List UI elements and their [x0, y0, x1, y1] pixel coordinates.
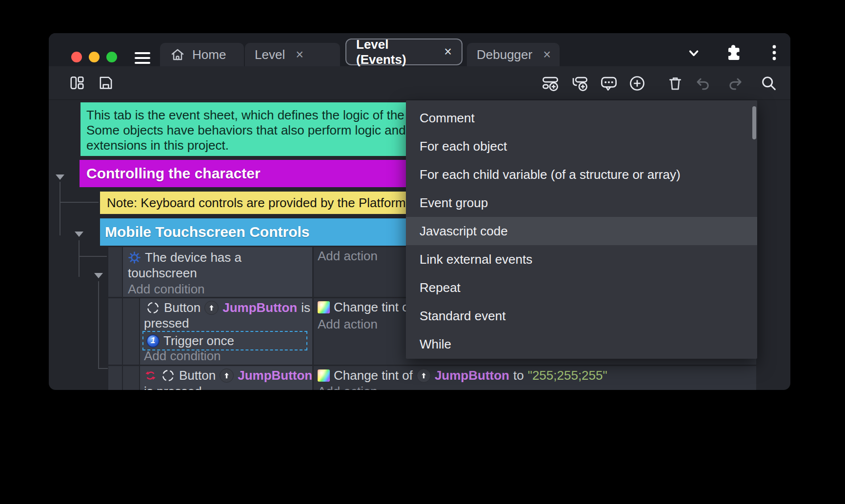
- group-title: Controlling the character: [86, 165, 261, 182]
- tab-bar: Home Level × Level (Events) × Debugger ×: [49, 33, 790, 66]
- action-cell[interactable]: Change tint of JumpButton to "255;255;25…: [314, 366, 756, 390]
- event-margin[interactable]: [108, 298, 122, 365]
- condition-text: The device has a: [145, 250, 241, 265]
- save-icon[interactable]: [98, 75, 114, 91]
- tab-level[interactable]: Level ×: [245, 43, 340, 66]
- object-name: JumpButton: [238, 368, 312, 383]
- collapse-arrow-icon[interactable]: [56, 174, 64, 180]
- add-comment-icon[interactable]: [600, 75, 618, 92]
- add-action-link[interactable]: Add action: [318, 249, 378, 264]
- collapse-arrow-icon[interactable]: [94, 273, 103, 278]
- subgroup-title: Mobile Touchscreen Controls: [105, 224, 310, 240]
- tree-line: [98, 368, 108, 369]
- condition-cell[interactable]: Button JumpButton is pressed 1 Trigger o…: [140, 298, 312, 365]
- toolbar: Preview Publish: [49, 66, 790, 100]
- traffic-light-close[interactable]: [71, 52, 82, 62]
- tree-line: [98, 281, 99, 369]
- action-text: Change tint o: [334, 300, 409, 315]
- undo-icon[interactable]: [694, 75, 711, 92]
- event-margin[interactable]: [108, 247, 122, 297]
- menu-item-comment[interactable]: Comment: [406, 104, 757, 132]
- close-icon[interactable]: ×: [539, 47, 551, 62]
- condition-text: is pressed: [144, 384, 202, 390]
- menu-item-while[interactable]: While: [406, 330, 757, 358]
- add-event-icon[interactable]: [542, 75, 559, 92]
- instance-up-arrow-icon: [417, 368, 431, 383]
- close-icon[interactable]: ×: [440, 44, 452, 59]
- action-value: "255;255;255": [528, 368, 607, 383]
- main-menu-icon[interactable]: [135, 52, 150, 67]
- gamepad-button-icon: [146, 301, 160, 315]
- traffic-light-minimize[interactable]: [89, 52, 100, 62]
- tree-line: [60, 202, 99, 203]
- tab-label: Level (Events): [356, 37, 433, 67]
- tab-label: Home: [192, 47, 226, 62]
- tab-label: Debugger: [477, 47, 532, 62]
- subevent-margin[interactable]: [123, 298, 139, 365]
- tint-color-icon: [318, 301, 330, 313]
- menu-item-standard-event[interactable]: Standard event: [406, 302, 757, 330]
- tab-debugger[interactable]: Debugger ×: [467, 43, 560, 66]
- redo-icon[interactable]: [727, 75, 744, 92]
- gamepad-button-icon: [161, 368, 175, 383]
- screen: Home Level × Level (Events) × Debugger ×: [0, 0, 845, 504]
- add-action-link[interactable]: Add action: [318, 384, 378, 390]
- add-condition-link[interactable]: Add condition: [144, 349, 221, 364]
- menu-scrollbar-thumb[interactable]: [752, 106, 756, 139]
- condition-text: Button: [179, 368, 216, 383]
- chevron-down-icon[interactable]: [685, 45, 702, 61]
- add-action-link[interactable]: Add action: [318, 317, 378, 332]
- action-text: to: [513, 368, 524, 383]
- search-icon[interactable]: [760, 75, 778, 92]
- action-text: Change tint of: [334, 368, 413, 383]
- menu-item-for-each-object[interactable]: For each object: [406, 132, 757, 160]
- tab-label: Level: [255, 47, 285, 62]
- layout-view-icon[interactable]: [69, 75, 85, 91]
- collapse-arrow-icon[interactable]: [75, 232, 83, 237]
- tree-line: [79, 240, 80, 277]
- condition-text: Button: [164, 300, 201, 315]
- tab-home[interactable]: Home: [160, 43, 244, 66]
- system-gear-icon: [128, 251, 141, 264]
- instance-up-arrow-icon: [220, 368, 234, 383]
- condition-cell[interactable]: The device has a touchscreen Add conditi…: [123, 247, 312, 297]
- condition-cell[interactable]: Button JumpButton is pressed: [140, 366, 312, 390]
- home-icon: [170, 47, 185, 62]
- add-object-icon[interactable]: [628, 75, 646, 92]
- inverted-condition-icon: [144, 369, 157, 382]
- object-name: JumpButton: [435, 368, 509, 383]
- traffic-light-zoom[interactable]: [106, 52, 117, 62]
- tint-color-icon: [318, 369, 330, 382]
- menu-item-for-each-child-variable[interactable]: For each child variable (of a structure …: [406, 160, 757, 189]
- instance-up-arrow-icon: [204, 301, 219, 315]
- addons-puzzle-icon[interactable]: [724, 43, 743, 61]
- add-subevent-icon[interactable]: [571, 75, 588, 92]
- subevent-margin[interactable]: [123, 366, 139, 390]
- delete-icon[interactable]: [666, 75, 684, 92]
- menu-item-event-group[interactable]: Event group: [406, 189, 757, 217]
- add-condition-link[interactable]: Add condition: [128, 282, 205, 297]
- add-event-context-menu: Comment For each object For each child v…: [406, 100, 757, 359]
- tab-level-events[interactable]: Level (Events) ×: [345, 39, 463, 65]
- kebab-menu-icon[interactable]: [767, 43, 782, 62]
- selected-condition-trigger-once[interactable]: 1 Trigger once: [142, 331, 307, 350]
- condition-text: is: [301, 300, 310, 315]
- condition-text: Trigger once: [163, 333, 234, 349]
- app-window: Home Level × Level (Events) × Debugger ×: [49, 33, 790, 390]
- tree-line: [60, 182, 60, 235]
- tree-line: [79, 256, 107, 257]
- event-margin[interactable]: [108, 366, 122, 390]
- trigger-once-icon: 1: [146, 334, 160, 348]
- menu-item-javascript-code[interactable]: Javascript code: [406, 217, 757, 245]
- menu-item-link-external-events[interactable]: Link external events: [406, 245, 757, 273]
- object-name: JumpButton: [222, 300, 297, 315]
- note-text: Note: Keyboard controls are provided by …: [107, 195, 406, 211]
- close-icon[interactable]: ×: [292, 47, 303, 62]
- condition-text: touchscreen: [128, 266, 197, 281]
- menu-item-repeat[interactable]: Repeat: [406, 273, 757, 302]
- condition-text: pressed: [144, 316, 189, 331]
